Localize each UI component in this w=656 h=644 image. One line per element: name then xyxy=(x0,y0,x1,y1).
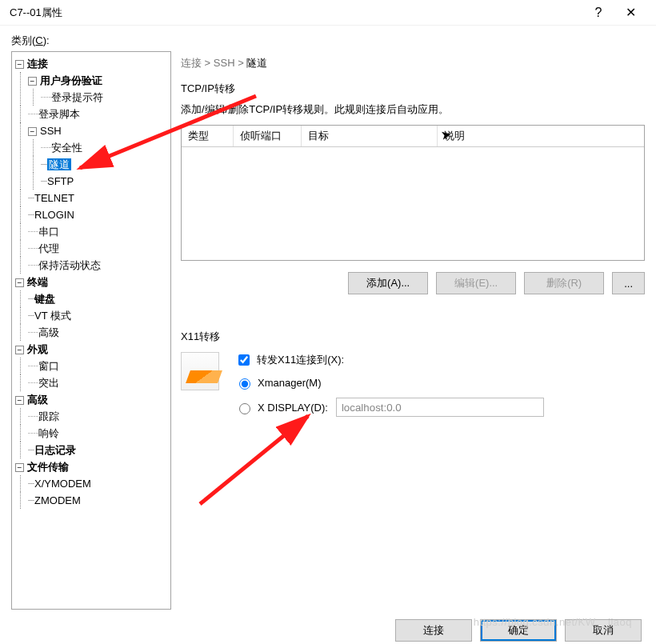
tree-trace[interactable]: 跟踪 xyxy=(38,410,59,422)
tree-highlight[interactable]: 突出 xyxy=(38,377,59,389)
tree-bell[interactable]: 响铃 xyxy=(38,427,59,439)
cancel-button[interactable]: 取消 xyxy=(565,619,642,642)
col-port[interactable]: 侦听端口 xyxy=(234,126,302,146)
tree-connection[interactable]: 连接 xyxy=(27,58,48,70)
tree-advanced[interactable]: 高级 xyxy=(27,394,48,406)
tree-sftp[interactable]: SFTP xyxy=(47,175,74,187)
tree-vt-mode[interactable]: VT 模式 xyxy=(34,310,71,322)
delete-button: 删除(R) xyxy=(524,272,604,294)
xdisplay-label: X DISPLAY(D): xyxy=(258,402,328,414)
xdisplay-radio[interactable]: X DISPLAY(D): xyxy=(235,401,328,414)
tree-telnet[interactable]: TELNET xyxy=(34,192,74,204)
titlebar: C7--01属性 ? ✕ xyxy=(0,0,656,26)
toggle-icon[interactable]: − xyxy=(15,60,24,69)
tree-terminal[interactable]: 终端 xyxy=(27,276,48,288)
tree-serial[interactable]: 串口 xyxy=(38,226,59,238)
xmanager-radio-input[interactable] xyxy=(239,378,250,390)
tree-keyboard[interactable]: 键盘 xyxy=(34,293,55,305)
tree-appearance[interactable]: 外观 xyxy=(27,343,48,355)
tree-security[interactable]: 安全性 xyxy=(51,142,82,154)
tree-window[interactable]: 窗口 xyxy=(38,360,59,372)
tree-adv1[interactable]: 高级 xyxy=(38,326,59,338)
tcp-group-title: TCP/IP转移 xyxy=(181,82,645,96)
forward-x11-label: 转发X11连接到(X): xyxy=(257,353,344,367)
xdisplay-radio-input[interactable] xyxy=(239,403,250,414)
toggle-icon[interactable]: − xyxy=(15,463,24,472)
tree-zmodem[interactable]: ZMODEM xyxy=(34,494,81,506)
dialog-footer: 连接 确定 取消 xyxy=(11,610,645,642)
edit-button: 编辑(E)... xyxy=(436,272,516,294)
tree-tunnel[interactable]: 隧道 xyxy=(47,158,71,170)
col-target[interactable]: 目标 xyxy=(302,126,438,146)
tcp-group-desc: 添加/编辑/删除TCP/IP转移规则。此规则连接后自动应用。 xyxy=(181,102,645,117)
close-button[interactable]: ✕ xyxy=(614,5,646,20)
toggle-icon[interactable]: − xyxy=(15,396,24,405)
x11-group-title: X11转移 xyxy=(181,330,645,344)
ok-button[interactable]: 确定 xyxy=(480,619,557,642)
more-button[interactable]: ... xyxy=(612,272,645,294)
tree-rlogin[interactable]: RLOGIN xyxy=(34,209,74,221)
toggle-icon[interactable]: − xyxy=(28,127,37,136)
tree-xymodem[interactable]: X/YMODEM xyxy=(34,478,91,490)
tree-login-script[interactable]: 登录脚本 xyxy=(38,108,80,120)
tree-login-prompt[interactable]: 登录提示符 xyxy=(51,91,103,103)
connect-button[interactable]: 连接 xyxy=(395,619,472,642)
tree-logging[interactable]: 日志记录 xyxy=(34,444,76,456)
col-desc[interactable]: 说明 xyxy=(438,126,644,146)
category-tree[interactable]: −连接 −用户身份验证 ┈登录提示符 ┈登录脚本 −SSH ┈安全性 ┈隧道 ┈… xyxy=(11,51,171,610)
add-button[interactable]: 添加(A)... xyxy=(348,272,428,294)
category-label: 类别(C): xyxy=(11,34,645,48)
help-button[interactable]: ? xyxy=(582,6,614,20)
xmanager-radio[interactable]: Xmanager(M) xyxy=(235,376,544,390)
tree-proxy[interactable]: 代理 xyxy=(38,242,59,254)
toggle-icon[interactable]: − xyxy=(15,278,24,287)
xmanager-icon xyxy=(181,352,219,390)
forward-x11-input[interactable] xyxy=(238,354,250,366)
col-type[interactable]: 类型 xyxy=(182,126,234,146)
rules-table[interactable]: 类型 侦听端口 目标 说明 xyxy=(181,125,645,261)
breadcrumb: 连接 > SSH > 隧道 xyxy=(181,51,645,78)
window-title: C7--01属性 xyxy=(10,6,582,20)
tree-keepalive[interactable]: 保持活动状态 xyxy=(38,259,101,271)
xmanager-label: Xmanager(M) xyxy=(258,377,321,389)
xdisplay-input xyxy=(336,398,544,417)
forward-x11-checkbox[interactable]: 转发X11连接到(X): xyxy=(235,352,544,368)
toggle-icon[interactable]: − xyxy=(15,346,24,354)
tree-auth[interactable]: 用户身份验证 xyxy=(40,74,102,86)
tree-ssh[interactable]: SSH xyxy=(40,125,62,137)
toggle-icon[interactable]: − xyxy=(28,77,37,86)
tree-file-transfer[interactable]: 文件传输 xyxy=(27,461,69,473)
rules-header: 类型 侦听端口 目标 说明 xyxy=(182,126,644,147)
